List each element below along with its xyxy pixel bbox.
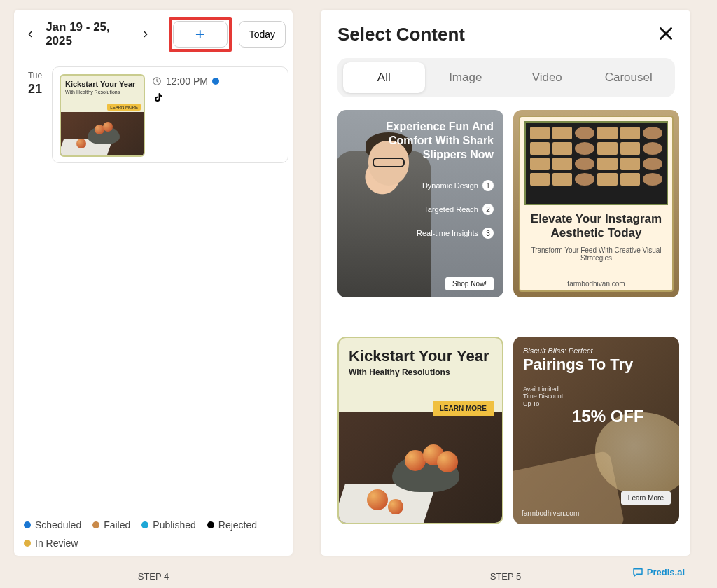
event-meta: 12:00 PM — [152, 74, 219, 155]
status-dot-scheduled — [212, 78, 219, 85]
card-headline: Experience Fun And Comfort With Shark Sl… — [347, 120, 494, 162]
content-picker-panel: Select Content All Image Video Carousel … — [321, 10, 690, 556]
event-time: 12:00 PM — [166, 76, 208, 87]
close-button[interactable] — [657, 24, 675, 46]
card-cta: LEARN MORE — [433, 401, 494, 416]
thumb-subtitle: With Healthy Resolutions — [61, 88, 144, 96]
step-label-5: STEP 5 — [490, 571, 522, 582]
card-discount: 15% OFF — [572, 407, 644, 426]
calendar-panel: Jan 19 - 25, 2025 + Today Tue 21 Kicksta… — [14, 10, 293, 556]
today-button[interactable]: Today — [239, 21, 286, 48]
date-range-label: Jan 19 - 25, 2025 — [46, 20, 130, 48]
card-subtitle: Transform Your Feed With Creative Visual… — [524, 246, 668, 262]
content-card[interactable]: Elevate Your Instagram Aesthetic Today T… — [513, 110, 679, 298]
card-kicker: Biscuit Bliss: Perfect — [523, 346, 669, 355]
legend-in-review: In Review — [35, 538, 78, 549]
footer-row: STEP 4 STEP 5 Predis.ai — [0, 564, 717, 588]
clock-icon — [152, 76, 162, 86]
content-grid[interactable]: Experience Fun And Comfort With Shark Sl… — [337, 110, 685, 556]
day-column: Tue 21 — [18, 66, 52, 505]
card-url: farmbodhivan.com — [520, 280, 672, 288]
card-cta: Shop Now! — [445, 277, 494, 290]
chevron-left-icon — [25, 29, 35, 39]
content-picker-title: Select Content — [337, 24, 465, 46]
add-button-highlight: + — [169, 17, 232, 52]
thumb-title: Kickstart Your Year — [61, 76, 144, 88]
add-button[interactable]: + — [173, 21, 228, 48]
legend-scheduled: Scheduled — [35, 519, 81, 531]
content-type-tabs: All Image Video Carousel — [337, 58, 675, 97]
close-icon — [657, 24, 675, 43]
status-legend: Scheduled Failed Published Rejected In R… — [14, 512, 293, 556]
card-headline: Pairings To Try — [523, 356, 669, 373]
chevron-right-icon — [141, 29, 151, 39]
legend-published: Published — [153, 519, 196, 531]
day-name: Tue — [18, 71, 52, 80]
tab-carousel[interactable]: Carousel — [588, 62, 670, 93]
next-week-button[interactable] — [137, 24, 155, 44]
card-headline: Kickstart Your Year — [349, 348, 492, 365]
tiktok-icon — [152, 92, 165, 105]
calendar-body: Tue 21 Kickstart Your Year With Healthy … — [14, 59, 293, 512]
card-url: farmbodhivan.com — [522, 510, 579, 517]
step-label-4: STEP 4 — [14, 571, 293, 582]
legend-failed: Failed — [104, 519, 130, 531]
speech-bubble-icon — [632, 566, 644, 579]
card-cta: Learn More — [621, 491, 671, 505]
card-headline: Elevate Your Instagram Aesthetic Today — [524, 212, 668, 241]
content-card[interactable]: Kickstart Your Year With Healthy Resolut… — [337, 337, 503, 524]
card-badge: Avail Limited Time Discount Up To — [523, 386, 572, 408]
tab-all[interactable]: All — [343, 62, 425, 93]
day-number: 21 — [18, 82, 52, 97]
calendar-header: Jan 19 - 25, 2025 + Today — [14, 10, 293, 59]
brand-badge: Predis.ai — [632, 566, 685, 579]
scheduled-event-card[interactable]: Kickstart Your Year With Healthy Resolut… — [52, 66, 288, 163]
legend-rejected: Rejected — [218, 519, 257, 531]
plus-icon: + — [195, 24, 205, 44]
thumb-cta: LEARN MORE — [107, 104, 141, 111]
prev-week-button[interactable] — [21, 24, 39, 44]
event-thumbnail: Kickstart Your Year With Healthy Resolut… — [60, 74, 145, 157]
content-card[interactable]: Biscuit Bliss: Perfect Pairings To Try A… — [513, 337, 679, 524]
card-subtitle: With Healthy Resolutions — [349, 368, 492, 377]
tab-video[interactable]: Video — [506, 62, 588, 93]
content-card[interactable]: Experience Fun And Comfort With Shark Sl… — [337, 110, 503, 298]
tab-image[interactable]: Image — [425, 62, 507, 93]
